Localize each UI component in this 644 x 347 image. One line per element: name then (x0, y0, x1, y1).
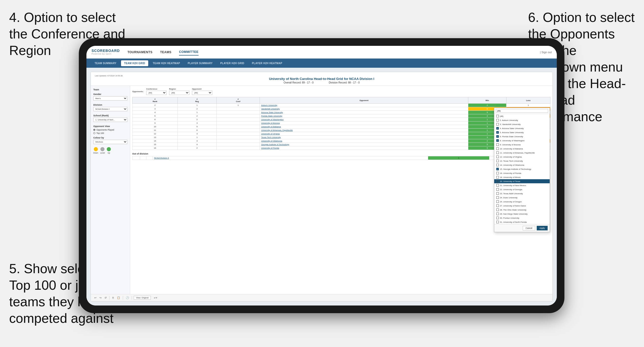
toolbar-paste[interactable]: 📋 (116, 296, 121, 300)
conference-filter-label: Conference (146, 88, 167, 90)
cell-name[interactable]: University of Arizona (260, 121, 468, 125)
cell-name[interactable]: Arizona State University (260, 111, 468, 114)
cell-loss: 1 (506, 104, 550, 107)
cell-reg: 3 (178, 121, 217, 125)
checkbox-icon (496, 123, 499, 126)
dropdown-item[interactable]: 18. University of Illinois (494, 175, 550, 179)
cell-rank: 10 (132, 125, 178, 129)
cancel-button[interactable]: Cancel (523, 226, 535, 230)
navbar-logo: SCOREBOARD Powered by sport (92, 49, 120, 55)
opponent-filter-select[interactable]: (All) (192, 91, 212, 95)
cell-name[interactable]: University of Oklahoma (260, 139, 468, 143)
cell-reg: 3 (178, 132, 217, 136)
dropdown-item[interactable]: 14. University of Oklahoma (494, 163, 550, 167)
dropdown-item[interactable]: 3. Vanderbilt University (494, 122, 550, 126)
dropdown-item[interactable]: 20. University of Texas (494, 179, 550, 183)
subnav: TEAM SUMMARY TEAM H2H GRID TEAM H2H HEAT… (86, 59, 557, 68)
panel-timestamp: Last Updated: 4/7/2024 16:55:38 (95, 75, 548, 77)
cell-name[interactable]: University of Washington (260, 118, 468, 121)
dropdown-item[interactable]: 11. University of Arkansas, Fayetteville (494, 151, 550, 155)
region-filter-select[interactable]: (All) (169, 91, 189, 95)
dropdown-item[interactable]: ✓8. University of Washington (494, 138, 550, 143)
dropdown-item[interactable]: 28. The Ohio State University (494, 208, 550, 212)
cell-name[interactable]: Florida State University (260, 114, 468, 118)
division-select[interactable]: NCAA Division I (93, 107, 127, 111)
cell-reg: 1 (178, 104, 217, 107)
checkbox-icon (496, 147, 499, 150)
subnav-player-h2h-heatmap[interactable]: PLAYER H2H HEATMAP (249, 60, 285, 66)
dropdown-item-label: 13. Texas Tech University (500, 160, 523, 162)
cell-name[interactable]: University of Virginia (260, 132, 468, 136)
colour-by-select[interactable]: Win/loss (93, 140, 127, 144)
dropdown-item-label: 20. University of Texas (500, 180, 520, 183)
gender-select[interactable]: Men's (93, 96, 127, 101)
dropdown-item[interactable]: 25. University of Oregon (494, 200, 550, 204)
cell-name[interactable]: University of Florida (260, 146, 468, 150)
opponent-dropdown[interactable]: (All)2. Auburn University3. Vanderbilt U… (494, 108, 550, 232)
cell-conf (216, 143, 260, 146)
cell-name[interactable]: University of Alabama (260, 125, 468, 129)
cell-reg: 2 (178, 146, 217, 150)
dropdown-item[interactable]: ✓6. Florida State University (494, 134, 550, 138)
dropdown-search-input[interactable] (496, 109, 548, 113)
school-label: School (Rank) (93, 114, 127, 117)
dropdown-item-label: 11. University of Arkansas, Fayetteville (500, 152, 535, 154)
nav-tournaments[interactable]: TOURNAMENTS (127, 49, 153, 55)
dropdown-item[interactable]: ✓15. Georgia Institute of Technology (494, 167, 550, 171)
cell-conf (216, 146, 260, 150)
panel-toolbar: ↩ ↪ ↺ ⎘ 📋 🕐 View: Original ● W (91, 294, 552, 301)
apply-button[interactable]: Apply (537, 226, 548, 230)
dropdown-item[interactable]: 9. University of Arizona (494, 143, 550, 147)
opponent-view-label: Opponent View (93, 125, 127, 128)
dropdown-item[interactable]: 27. University of Notre Dame (494, 204, 550, 208)
th-reg: #Reg (178, 97, 217, 104)
toolbar-redo[interactable]: ↪ (98, 296, 102, 300)
dropdown-item-label: 28. The Ohio State University (500, 209, 526, 211)
dropdown-footer: Cancel Apply (494, 224, 550, 232)
dropdown-item[interactable]: 23. Texas A&M University (494, 191, 550, 196)
table-row: 2 1 1 Auburn University 2 1 (132, 104, 550, 107)
subnav-player-summary[interactable]: PLAYER SUMMARY (185, 60, 216, 66)
dropdown-item[interactable]: 24. Duke University (494, 196, 550, 200)
subnav-team-h2h-grid[interactable]: TEAM H2H GRID (121, 60, 148, 66)
cell-win: 2 (468, 104, 506, 107)
radio-opponents-played[interactable]: Opponents Played (93, 129, 127, 131)
dropdown-item[interactable]: 30. Purdue University (494, 216, 550, 220)
dropdown-item[interactable]: (All) (494, 114, 550, 118)
table-row: NCAA Division II 1 0 (132, 156, 550, 160)
nav-teams[interactable]: TEAMS (160, 49, 172, 55)
school-select[interactable]: 1. University of Nort... (93, 118, 127, 122)
dropdown-item[interactable]: 10. University of Alabama (494, 147, 550, 151)
cell-name[interactable]: Auburn University (260, 104, 468, 107)
dropdown-item[interactable]: 31. University of North Florida (494, 220, 550, 224)
subnav-team-summary[interactable]: TEAM SUMMARY (92, 60, 119, 66)
table-row: 16 2 University of Florida 5 1 (132, 146, 550, 150)
radio-top100[interactable]: Top 100 (93, 132, 127, 134)
dropdown-item[interactable]: 22. University of Georgia (494, 187, 550, 191)
toolbar-refresh[interactable]: ↺ (103, 296, 108, 300)
dropdown-item[interactable]: 13. Texas Tech University (494, 159, 550, 163)
toolbar-undo[interactable]: ↩ (93, 296, 97, 300)
subnav-team-h2h-heatmap[interactable]: TEAM H2H HEATMAP (150, 60, 183, 66)
logo-powered: Powered by sport (92, 53, 120, 55)
cell-name[interactable]: Georgia Institute of Technology (260, 143, 468, 146)
table-row: 13 1 Texas Tech University 3 0 (132, 136, 550, 139)
toolbar-view-btn[interactable]: View: Original (134, 296, 151, 300)
cell-name[interactable]: University of Arkansas, Fayetteville (260, 129, 468, 132)
dropdown-item[interactable]: 21. University of New Mexico (494, 183, 550, 187)
dropdown-item[interactable]: 16. University of Florida (494, 171, 550, 175)
cell-name[interactable]: Texas Tech University (260, 136, 468, 139)
dropdown-item[interactable]: 29. San Diego State University (494, 212, 550, 216)
toolbar-clock[interactable]: 🕐 (125, 296, 130, 300)
dropdown-item[interactable]: ✓5. Arizona State University (494, 130, 550, 134)
dropdown-item[interactable]: ✓4. Arizona State University (494, 126, 550, 130)
conference-filter-select[interactable]: (All) (146, 91, 167, 95)
cell-name[interactable]: Vanderbilt University (260, 107, 468, 111)
nav-committee[interactable]: COMMITTEE (179, 49, 199, 55)
nav-signout[interactable]: | Sign out (540, 51, 552, 54)
dropdown-item[interactable]: 2. Auburn University (494, 118, 550, 122)
toolbar-copy[interactable]: ⎘ (111, 296, 115, 300)
dropdown-item[interactable]: 12. University of Virginia (494, 155, 550, 159)
checkbox-icon (496, 213, 499, 215)
subnav-player-h2h-grid[interactable]: PLAYER H2H GRID (217, 60, 247, 66)
